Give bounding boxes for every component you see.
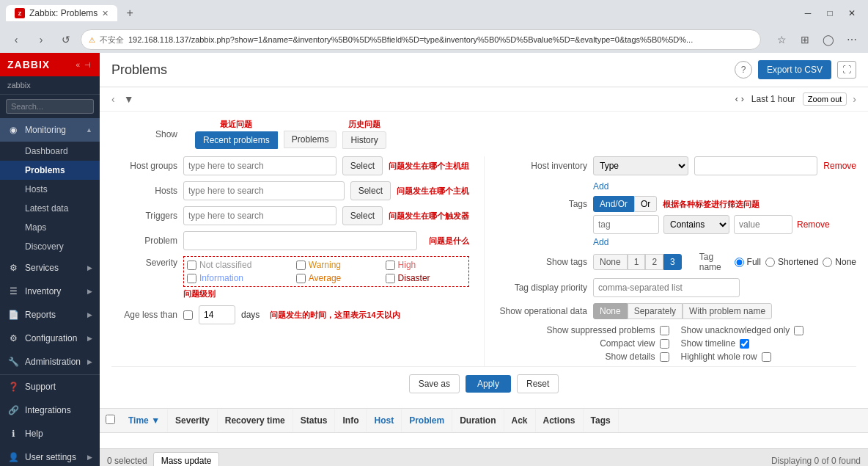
show-unacknowledged-checkbox[interactable] bbox=[794, 326, 803, 335]
help-button[interactable]: ? bbox=[735, 61, 752, 79]
compact-view-checkbox[interactable] bbox=[660, 339, 669, 349]
sidebar-item-help[interactable]: ℹ Help bbox=[0, 422, 100, 445]
op-data-none-btn[interactable]: None bbox=[593, 303, 628, 319]
tab-history[interactable]: History bbox=[342, 131, 386, 149]
hosts-select-btn[interactable]: Select bbox=[350, 181, 391, 200]
show-details-checkbox[interactable] bbox=[660, 352, 669, 362]
triggers-input[interactable] bbox=[183, 206, 336, 225]
sidebar-item-user-settings[interactable]: 👤 User settings ▶ bbox=[0, 445, 100, 466]
th-time[interactable]: Time ▼ bbox=[121, 409, 168, 432]
win-close[interactable]: ✕ bbox=[842, 3, 862, 23]
age-input[interactable] bbox=[199, 305, 235, 324]
sidebar-item-services[interactable]: ⚙ Services ▶ bbox=[0, 256, 100, 280]
severity-disaster-checkbox[interactable] bbox=[386, 274, 395, 283]
show-timeline-checkbox[interactable] bbox=[740, 339, 749, 349]
th-problem[interactable]: Problem bbox=[402, 409, 452, 432]
address-bar[interactable]: ⚠ 不安全 192.168.118.137/zabbix.php?show=1&… bbox=[81, 29, 761, 50]
sidebar-search-input[interactable] bbox=[6, 99, 94, 114]
mass-update-button[interactable]: Mass update bbox=[153, 452, 220, 466]
severity-high[interactable]: High bbox=[386, 260, 466, 270]
collapse-pin-btn[interactable]: ⊣ bbox=[83, 59, 92, 70]
win-maximize[interactable]: □ bbox=[820, 3, 840, 23]
tag-name-full-radio[interactable] bbox=[735, 258, 744, 267]
age-checkbox[interactable] bbox=[183, 310, 193, 320]
tab-recent-problems[interactable]: Recent problems bbox=[195, 131, 278, 149]
show-tags-3-btn[interactable]: 3 bbox=[663, 254, 682, 270]
op-data-with-problem-btn[interactable]: With problem name bbox=[683, 303, 772, 319]
tag-name-none-radio[interactable] bbox=[823, 258, 832, 267]
sidebar-item-maps[interactable]: Maps bbox=[0, 218, 100, 237]
highlight-whole-row-checkbox[interactable] bbox=[762, 352, 771, 362]
severity-info-checkbox[interactable] bbox=[187, 274, 196, 283]
severity-not-classified[interactable]: Not classified bbox=[187, 260, 287, 270]
tag-value-input[interactable] bbox=[734, 215, 792, 234]
select-all-checkbox[interactable] bbox=[106, 415, 115, 424]
show-tags-none-btn[interactable]: None bbox=[593, 254, 628, 270]
severity-average-checkbox[interactable] bbox=[296, 274, 306, 283]
sidebar-item-problems[interactable]: Problems bbox=[0, 161, 100, 180]
tab-problems[interactable]: Problems bbox=[284, 131, 337, 148]
show-tags-1-btn[interactable]: 1 bbox=[628, 254, 646, 270]
host-groups-input[interactable] bbox=[183, 156, 336, 175]
host-inventory-remove-link[interactable]: Remove bbox=[823, 161, 856, 171]
th-host[interactable]: Host bbox=[367, 409, 402, 432]
tag-name-shortened-radio[interactable] bbox=[765, 258, 775, 267]
time-range-nav-next[interactable]: › bbox=[741, 94, 744, 104]
back-btn[interactable]: ‹ bbox=[6, 29, 26, 50]
tag-remove-link[interactable]: Remove bbox=[797, 219, 830, 230]
show-suppressed-checkbox[interactable] bbox=[660, 326, 669, 335]
sidebar-item-hosts[interactable]: Hosts bbox=[0, 180, 100, 199]
tag-name-none[interactable]: None bbox=[823, 257, 856, 267]
hosts-input[interactable] bbox=[183, 181, 345, 200]
tag-name-input[interactable] bbox=[593, 215, 659, 234]
filter-forward-btn[interactable]: › bbox=[850, 92, 859, 106]
reset-button[interactable]: Reset bbox=[517, 374, 559, 393]
tag-name-full[interactable]: Full bbox=[735, 257, 761, 267]
sidebar-item-support[interactable]: ❓ Support bbox=[0, 375, 100, 398]
problem-input[interactable] bbox=[183, 231, 417, 250]
triggers-select-btn[interactable]: Select bbox=[342, 206, 383, 225]
sidebar-item-discovery[interactable]: Discovery bbox=[0, 237, 100, 256]
host-inventory-select[interactable]: Type bbox=[593, 156, 688, 175]
new-tab-btn[interactable]: + bbox=[120, 4, 139, 23]
sidebar-item-latest-data[interactable]: Latest data bbox=[0, 199, 100, 218]
filter-icon-button[interactable]: ▼ bbox=[124, 93, 134, 105]
browser-tab[interactable]: Z Zabbix: Problems ✕ bbox=[6, 5, 117, 21]
sidebar-item-monitoring[interactable]: ◉ Monitoring ▲ bbox=[0, 118, 100, 142]
tag-add-link[interactable]: Add bbox=[593, 237, 608, 247]
zoom-out-btn[interactable]: Zoom out bbox=[803, 92, 847, 106]
refresh-btn[interactable]: ↺ bbox=[56, 29, 76, 50]
severity-warning[interactable]: Warning bbox=[296, 260, 377, 270]
filter-back-btn[interactable]: ‹ bbox=[108, 92, 118, 106]
inventory-add-link[interactable]: Add bbox=[593, 181, 608, 192]
save-as-button[interactable]: Save as bbox=[409, 374, 460, 393]
sidebar-item-configuration[interactable]: ⚙ Configuration ▶ bbox=[0, 327, 100, 350]
apply-button[interactable]: Apply bbox=[466, 375, 511, 393]
severity-information[interactable]: Information bbox=[187, 273, 287, 283]
sidebar-item-reports[interactable]: 📄 Reports ▶ bbox=[0, 303, 100, 327]
op-data-separately-btn[interactable]: Separately bbox=[628, 303, 683, 319]
host-inventory-input[interactable] bbox=[694, 156, 817, 175]
account-icon[interactable]: ◯ bbox=[818, 29, 839, 50]
extensions-icon[interactable]: ⊞ bbox=[795, 29, 815, 50]
sidebar-item-administration[interactable]: 🔧 Administration ▶ bbox=[0, 350, 100, 374]
tag-name-shortened[interactable]: Shortened bbox=[765, 257, 818, 267]
host-groups-select-btn[interactable]: Select bbox=[342, 156, 383, 175]
sidebar-item-inventory[interactable]: ☰ Inventory ▶ bbox=[0, 280, 100, 303]
severity-nc-checkbox[interactable] bbox=[187, 261, 196, 270]
severity-warning-checkbox[interactable] bbox=[296, 261, 306, 270]
export-csv-button[interactable]: Export to CSV bbox=[758, 60, 831, 79]
tab-close-icon[interactable]: ✕ bbox=[102, 9, 108, 18]
tag-op-andor-btn[interactable]: And/Or bbox=[593, 196, 634, 212]
more-icon[interactable]: ⋯ bbox=[842, 29, 862, 50]
time-range-nav-prev[interactable]: ‹ bbox=[735, 94, 738, 104]
severity-high-checkbox[interactable] bbox=[386, 261, 395, 270]
collapse-left-btn[interactable]: « bbox=[74, 59, 81, 70]
win-minimize[interactable]: ─ bbox=[798, 3, 818, 23]
th-severity[interactable]: Severity bbox=[168, 409, 218, 432]
show-tags-2-btn[interactable]: 2 bbox=[645, 254, 663, 270]
sidebar-item-integrations[interactable]: 🔗 Integrations bbox=[0, 398, 100, 422]
tag-condition-select[interactable]: Contains bbox=[663, 215, 729, 234]
star-icon[interactable]: ☆ bbox=[771, 29, 792, 50]
severity-disaster[interactable]: Disaster bbox=[386, 273, 466, 283]
